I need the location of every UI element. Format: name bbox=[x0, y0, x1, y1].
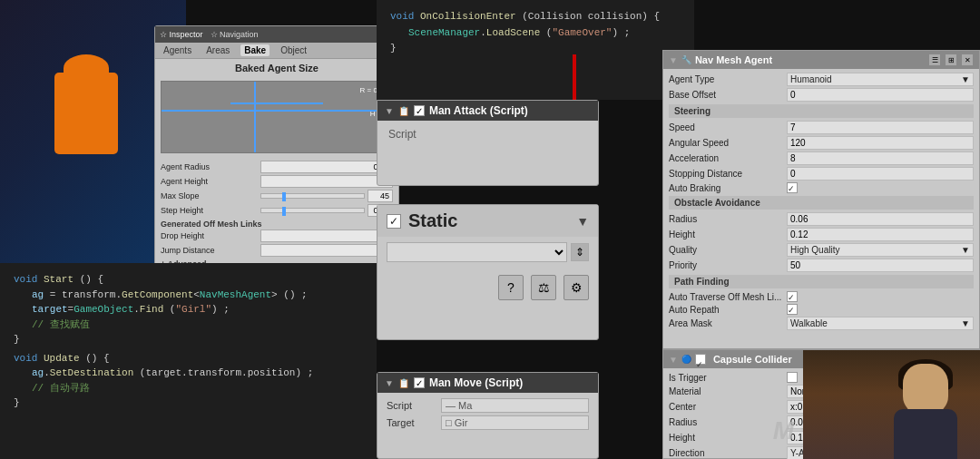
code-line-1: void OnCollisionEnter (Collision collisi… bbox=[390, 9, 681, 25]
tab-areas[interactable]: Areas bbox=[202, 44, 233, 56]
max-slope-value[interactable] bbox=[368, 190, 393, 202]
drop-height-input[interactable] bbox=[260, 230, 393, 242]
sliders-icon-button[interactable]: ⚖ bbox=[531, 275, 556, 300]
code-line-3: } bbox=[390, 41, 681, 57]
nav-mesh-tabs: Agents Areas Bake Object bbox=[155, 43, 398, 59]
code-target-find: target=GameObject.Find ("Girl") ; bbox=[14, 302, 363, 317]
code-void-update: void Update () { bbox=[14, 351, 363, 366]
angular-speed-input[interactable] bbox=[787, 136, 974, 150]
agent-type-select[interactable]: Humanoid ▼ bbox=[787, 73, 974, 86]
area-mask-value: Walkable bbox=[790, 318, 828, 328]
code-generic: < bbox=[193, 289, 200, 300]
man-move-checkbox[interactable]: ✓ bbox=[414, 377, 425, 388]
code-ag-get: ag = transform.GetComponent<NavMeshAgent… bbox=[14, 288, 363, 303]
method-getcomponent: GetComponent bbox=[122, 289, 193, 300]
var-ag-2: ag bbox=[32, 367, 44, 378]
obs-radius-input[interactable] bbox=[787, 212, 974, 226]
method-start: Start bbox=[44, 274, 74, 285]
agent-height-label: Agent Height bbox=[161, 177, 260, 186]
code-equals-1: = transform. bbox=[44, 289, 122, 300]
capsule-enable-checkbox[interactable] bbox=[695, 354, 706, 365]
base-offset-input[interactable] bbox=[787, 88, 974, 102]
area-mask-select[interactable]: Walkable ▼ bbox=[787, 317, 974, 330]
stopping-distance-input[interactable] bbox=[787, 167, 974, 181]
nav-agent-body: Agent Type Humanoid ▼ Base Offset Steeri… bbox=[663, 69, 979, 336]
method-find: Find bbox=[140, 304, 163, 315]
auto-repath-label: Auto Repath bbox=[669, 305, 787, 315]
agent-radius-label: Agent Radius bbox=[161, 162, 260, 171]
nav-agent-icon-3[interactable]: ✕ bbox=[961, 54, 974, 66]
base-offset-row: Base Offset bbox=[669, 88, 974, 102]
capsule-expand-icon[interactable]: ▼ bbox=[669, 355, 678, 365]
speed-input[interactable] bbox=[787, 121, 974, 134]
nav-agent-icon-1[interactable]: ☰ bbox=[928, 54, 941, 66]
code-params: (Collision collision) { bbox=[516, 11, 660, 22]
target-field-label: Target bbox=[387, 417, 441, 428]
code-comment-1: // 查找赋值 bbox=[14, 317, 363, 333]
agent-height-input[interactable] bbox=[260, 175, 393, 188]
navigation-tab[interactable]: ☆ Navigation bbox=[211, 30, 259, 39]
static-select-arrow-icon[interactable]: ⇕ bbox=[571, 243, 589, 261]
nav-agent-icon-2[interactable]: ⊞ bbox=[945, 54, 957, 66]
quality-select[interactable]: High Quality ▼ bbox=[787, 243, 974, 257]
drop-height-label: Drop Height bbox=[161, 231, 260, 240]
code-dot-setdest: . bbox=[44, 367, 50, 378]
man-move-panel: ▼ 📋 ✓ Man Move (Script) Script — Ma Targ… bbox=[377, 372, 599, 459]
direction-label: Direction bbox=[669, 448, 787, 458]
speed-row: Speed bbox=[669, 121, 974, 134]
man-move-header: ▼ 📋 ✓ Man Move (Script) bbox=[377, 373, 598, 393]
speed-label: Speed bbox=[669, 122, 787, 132]
step-height-slider[interactable] bbox=[260, 208, 365, 213]
webcam-person bbox=[803, 350, 980, 459]
auto-repath-row: Auto Repath bbox=[669, 304, 974, 315]
base-offset-label: Base Offset bbox=[669, 90, 787, 100]
max-slope-slider[interactable] bbox=[260, 193, 365, 199]
angular-speed-row: Angular Speed bbox=[669, 136, 974, 150]
man-attack-header: ▼ 📋 ✓ Man Attack (Script) bbox=[377, 101, 598, 121]
code-dot-1: . bbox=[480, 27, 486, 38]
static-dropdown-arrow-icon[interactable]: ▼ bbox=[576, 214, 589, 229]
expand-arrow-icon[interactable]: ▼ bbox=[385, 106, 394, 116]
auto-traverse-checkbox[interactable] bbox=[787, 291, 798, 302]
area-mask-arrow-icon: ▼ bbox=[961, 318, 970, 328]
max-slope-label: Max Slope bbox=[161, 191, 260, 200]
nav-agent-expand-icon[interactable]: ▼ bbox=[669, 55, 678, 65]
keyword-void-update: void bbox=[14, 353, 44, 364]
static-label: Static bbox=[408, 210, 569, 231]
man-move-expand-icon[interactable]: ▼ bbox=[385, 378, 394, 388]
tab-bake[interactable]: Bake bbox=[240, 44, 270, 56]
priority-input[interactable] bbox=[787, 259, 974, 272]
person-head bbox=[903, 364, 948, 414]
tab-object[interactable]: Object bbox=[277, 44, 310, 56]
agent-height-row: Agent Height bbox=[161, 175, 393, 188]
static-checkbox[interactable]: ✓ bbox=[387, 214, 401, 229]
obs-height-input[interactable] bbox=[787, 228, 974, 241]
auto-traverse-row: Auto Traverse Off Mesh Li... bbox=[669, 291, 974, 302]
is-trigger-checkbox[interactable] bbox=[787, 372, 798, 383]
settings-icon-button[interactable]: ⚙ bbox=[564, 275, 589, 300]
graph-vertical-line bbox=[254, 82, 256, 152]
nav-mesh-panel: ☆ Inspector ☆ Navigation Agents Areas Ba… bbox=[154, 25, 399, 266]
stopping-distance-label: Stopping Distance bbox=[669, 169, 787, 179]
question-icon-button[interactable]: ? bbox=[498, 275, 524, 300]
obs-height-label: Height bbox=[669, 230, 787, 239]
man-attack-checkbox[interactable]: ✓ bbox=[414, 105, 425, 116]
man-attack-body: Script bbox=[377, 121, 598, 148]
keyword-void-1: void bbox=[390, 11, 420, 22]
code-setdest-params: (target.transform.position) ; bbox=[133, 367, 313, 378]
auto-braking-checkbox[interactable] bbox=[787, 182, 798, 193]
man-attack-panel: ▼ 📋 ✓ Man Attack (Script) Script bbox=[377, 100, 599, 186]
auto-repath-checkbox[interactable] bbox=[787, 304, 798, 315]
radius-label: Radius bbox=[669, 417, 787, 427]
agent-type-value: Humanoid bbox=[790, 74, 832, 84]
static-select[interactable] bbox=[387, 242, 567, 262]
tab-agents[interactable]: Agents bbox=[160, 44, 195, 56]
agent-radius-input[interactable] bbox=[260, 161, 393, 173]
jump-distance-input[interactable] bbox=[260, 244, 393, 257]
script-field-row: Script bbox=[388, 128, 587, 141]
nav-agent-title: Nav Mesh Agent bbox=[695, 54, 925, 65]
nav-fields: Agent Radius Agent Height Max Slope Step… bbox=[155, 157, 398, 273]
auto-braking-row: Auto Braking bbox=[669, 182, 974, 193]
var-ag: ag bbox=[32, 289, 44, 300]
acceleration-input[interactable] bbox=[787, 151, 974, 165]
